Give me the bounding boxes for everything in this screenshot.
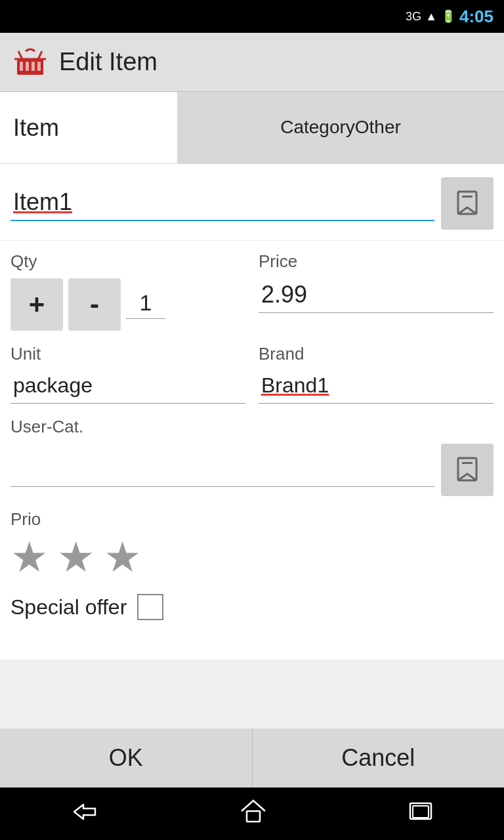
bookmark-icon [453,189,482,218]
price-label: Price [259,251,494,272]
status-bar: 3G ▲ 🔋 4:05 [0,0,504,33]
status-icons: 3G ▲ 🔋 4:05 [406,7,494,27]
brand-label: Brand [259,344,494,364]
category-button[interactable]: Category Other [177,92,504,163]
star-2[interactable]: ★ [57,536,94,578]
svg-rect-2 [26,62,29,71]
item-name-row [0,164,504,241]
svg-rect-8 [462,462,472,464]
usercat-label: User-Cat. [10,417,494,437]
usercat-row [10,444,494,496]
home-nav-button[interactable] [240,799,266,829]
special-offer-label: Special offer [10,595,127,620]
signal-icon: ▲ [425,10,437,24]
unit-input[interactable] [10,371,245,404]
stars-row: ★ ★ ★ [10,536,494,578]
nav-bar [0,788,504,840]
network-indicator: 3G [406,10,421,24]
ok-button[interactable]: OK [0,728,253,788]
qty-minus-button[interactable]: - [68,278,121,331]
unit-label: Unit [10,344,245,364]
item-name-input[interactable] [10,186,434,221]
qty-controls: + - 1 [10,278,245,331]
svg-rect-11 [413,806,429,818]
svg-rect-6 [462,196,472,198]
qty-section: Qty + - 1 [10,251,245,331]
svg-rect-1 [20,62,23,71]
svg-rect-7 [458,458,476,480]
usercat-input[interactable] [10,453,434,487]
prio-label: Prio [10,509,494,530]
app-header: Edit Item [0,33,504,92]
qty-price-section: Qty + - 1 Price [0,241,504,331]
price-input[interactable] [259,278,494,313]
usercat-section: User-Cat. [0,404,504,496]
item-category-row: Item Category Other [0,92,504,164]
qty-label: Qty [10,251,245,272]
unit-section: Unit [10,344,245,404]
svg-rect-3 [32,62,35,71]
back-nav-button[interactable] [70,800,99,828]
special-offer-section: Special offer [0,578,504,620]
recents-nav-button[interactable] [408,800,434,828]
star-3[interactable]: ★ [104,536,141,578]
usercat-bookmark-button[interactable] [441,444,494,496]
bookmark-button[interactable] [441,177,494,230]
basket-icon [13,47,47,77]
svg-rect-9 [247,811,260,822]
cancel-button[interactable]: Cancel [253,728,505,788]
unit-brand-section: Unit Brand [0,331,504,404]
item-label: Item [0,92,177,163]
qty-value: 1 [126,290,165,319]
brand-input[interactable] [259,371,494,404]
special-offer-checkbox[interactable] [137,594,163,620]
battery-icon: 🔋 [441,9,455,24]
svg-rect-4 [37,62,41,71]
clock: 4:05 [459,7,494,27]
price-section: Price [259,251,494,331]
svg-rect-5 [458,192,476,214]
prio-section: Prio ★ ★ ★ [0,496,504,578]
qty-plus-button[interactable]: + [10,278,63,331]
page-title: Edit Item [59,48,158,76]
action-buttons: OK Cancel [0,728,504,788]
star-1[interactable]: ★ [10,536,48,578]
main-content: Item Category Other Qty + - 1 Price [0,92,504,660]
usercat-bookmark-icon [453,455,482,484]
brand-section: Brand [259,344,494,404]
